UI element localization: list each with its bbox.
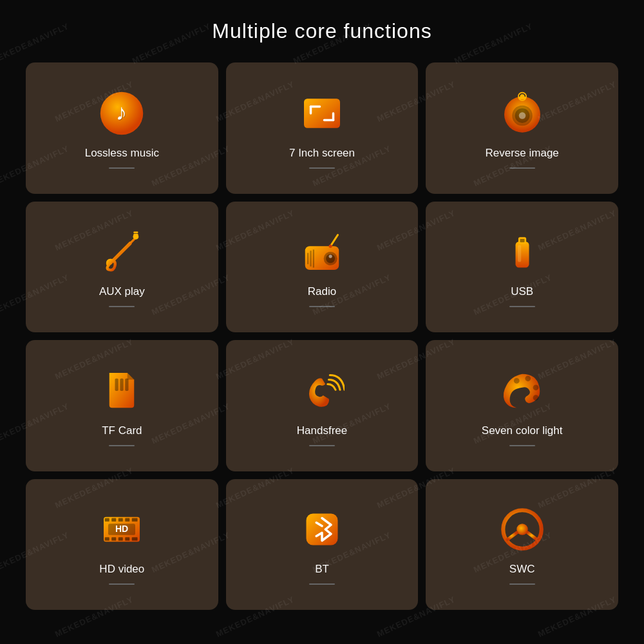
card-radio: Radio <box>226 202 419 333</box>
svg-point-37 <box>514 378 520 384</box>
svg-rect-31 <box>520 239 524 242</box>
camera-icon <box>497 88 548 139</box>
svg-rect-52 <box>132 538 138 541</box>
swc-divider <box>509 583 535 585</box>
steering-icon <box>497 504 548 555</box>
card-handsfree: Handsfree <box>226 340 419 471</box>
seven-color-light-label: Seven color light <box>482 424 563 437</box>
svg-rect-45 <box>118 518 123 522</box>
card-seven-color-light: Seven color light <box>426 340 618 471</box>
phone-icon <box>296 365 348 417</box>
card-tf-card: TF Card <box>26 340 218 471</box>
handsfree-divider <box>309 445 335 446</box>
hd-video-label: HD video <box>99 563 144 576</box>
page-title: Multiple core functions <box>0 0 644 56</box>
inch-screen-label: 7 Inch screen <box>289 147 355 160</box>
svg-point-39 <box>533 384 538 390</box>
svg-rect-35 <box>120 379 124 391</box>
svg-point-38 <box>525 375 531 381</box>
svg-point-26 <box>328 255 332 258</box>
svg-rect-3 <box>304 99 340 128</box>
feature-grid: ♪ ♪ Lossless music <box>0 56 644 623</box>
svg-line-27 <box>330 235 337 247</box>
card-swc: SWC <box>426 479 618 611</box>
usb-label: USB <box>511 285 533 298</box>
svg-rect-51 <box>126 538 130 541</box>
svg-text:HD: HD <box>115 524 128 535</box>
handsfree-label: Handsfree <box>297 424 347 437</box>
svg-rect-18 <box>134 234 138 236</box>
usb-divider <box>509 306 535 307</box>
card-lossless-music: ♪ ♪ Lossless music <box>26 62 218 194</box>
card-hd-video: HD HD video <box>26 479 218 611</box>
music-icon: ♪ ♪ <box>96 88 147 139</box>
card-reverse-image: Reverse image <box>426 62 618 194</box>
card-usb: USB <box>426 202 618 333</box>
card-bt: BT <box>226 479 419 611</box>
svg-marker-33 <box>128 373 135 380</box>
bt-divider <box>309 583 335 585</box>
tfcard-icon <box>96 365 147 417</box>
svg-rect-43 <box>105 518 109 522</box>
radio-icon <box>296 226 348 278</box>
aux-play-divider <box>109 306 135 307</box>
svg-rect-48 <box>105 538 109 541</box>
swc-label: SWC <box>509 563 535 576</box>
svg-point-11 <box>518 112 526 119</box>
svg-rect-47 <box>132 518 138 522</box>
aux-play-label: AUX play <box>99 285 145 298</box>
reverse-image-label: Reverse image <box>485 147 558 160</box>
usb-icon <box>497 226 548 278</box>
aux-icon <box>96 226 147 278</box>
svg-point-40 <box>533 395 538 401</box>
radio-divider <box>309 306 335 307</box>
tf-card-divider <box>109 445 135 446</box>
lossless-music-label: Lossless music <box>85 147 159 160</box>
svg-point-28 <box>328 245 332 248</box>
hdvideo-icon: HD <box>96 504 147 555</box>
svg-rect-19 <box>134 232 138 234</box>
bluetooth-icon <box>296 504 348 555</box>
svg-rect-49 <box>112 538 117 541</box>
bt-label: BT <box>315 563 329 576</box>
svg-rect-44 <box>112 518 117 522</box>
svg-rect-50 <box>118 538 123 541</box>
tf-card-label: TF Card <box>102 424 142 437</box>
svg-text:♪: ♪ <box>116 99 128 124</box>
hd-video-divider <box>109 583 135 585</box>
inch-screen-divider <box>309 167 335 169</box>
svg-rect-46 <box>126 518 130 522</box>
svg-point-13 <box>520 94 524 99</box>
svg-rect-36 <box>126 379 129 391</box>
svg-rect-29 <box>515 242 529 268</box>
svg-rect-34 <box>115 379 118 391</box>
seven-color-light-divider <box>509 445 535 446</box>
reverse-image-divider <box>509 167 535 169</box>
palette-icon <box>497 365 548 417</box>
svg-rect-32 <box>518 245 521 262</box>
card-aux-play: AUX play <box>26 202 218 333</box>
screen-icon <box>296 88 348 139</box>
card-inch-screen: 7 Inch screen <box>226 62 419 194</box>
svg-line-60 <box>527 533 536 540</box>
svg-line-59 <box>507 533 516 540</box>
lossless-music-divider <box>109 167 135 169</box>
svg-point-41 <box>511 397 519 404</box>
radio-label: Radio <box>308 285 336 298</box>
